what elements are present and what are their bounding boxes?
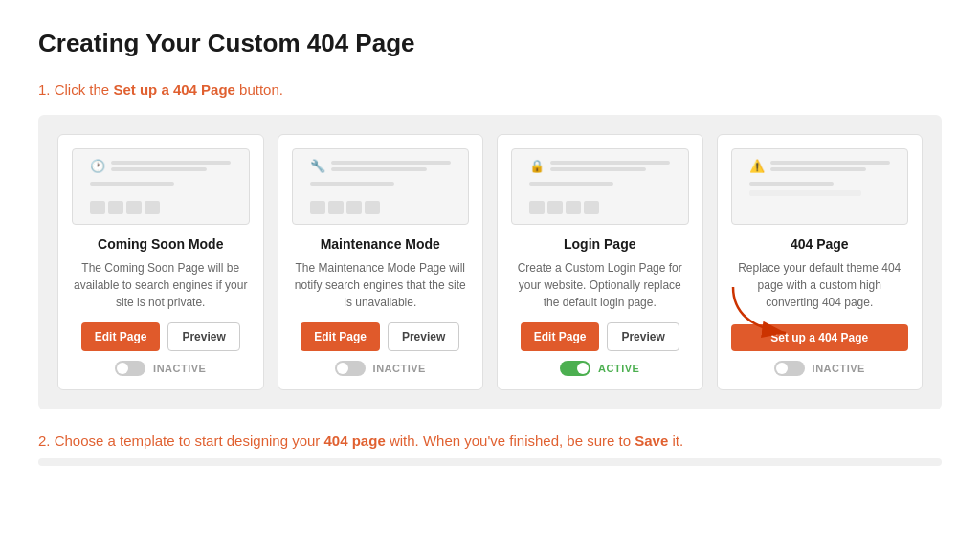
404-status: INACTIVE [774, 361, 865, 376]
login-edit-button[interactable]: Edit Page [521, 322, 600, 351]
maintenance-toggle[interactable] [335, 361, 366, 376]
404-actions: Set up a 404 Page [731, 324, 909, 351]
404-thumbnail: ⚠️ [731, 148, 909, 225]
404-desc: Replace your default theme 404 page with… [731, 259, 909, 313]
login-thumbnail: 🔒 [511, 148, 689, 225]
login-card: 🔒 [497, 134, 703, 390]
login-actions: Edit Page Preview [521, 322, 679, 351]
warning-icon: ⚠️ [749, 159, 765, 174]
login-toggle[interactable] [560, 361, 590, 376]
maintenance-status: INACTIVE [335, 361, 426, 376]
maintenance-preview-button[interactable]: Preview [388, 322, 459, 351]
step1-instruction: 1. Click the Set up a 404 Page button. [38, 81, 942, 98]
maintenance-title: Maintenance Mode [321, 236, 440, 252]
login-status: ACTIVE [560, 361, 639, 376]
coming-soon-preview-button[interactable]: Preview [167, 322, 239, 351]
maintenance-desc: The Maintenance Mode Page will notify se… [292, 259, 470, 311]
cards-wrapper: 🕐 [38, 115, 942, 409]
coming-soon-card: 🕐 [57, 134, 264, 390]
maintenance-card: 🔧 [278, 134, 484, 390]
cards-container: 🕐 [38, 115, 942, 409]
404-toggle[interactable] [774, 361, 805, 376]
clock-icon: 🕐 [90, 159, 105, 174]
404-card: ⚠️ 404 Page Replace your default theme 4… [717, 134, 924, 390]
setup-404-button[interactable]: Set up a 404 Page [731, 324, 909, 351]
wrench-icon: 🔧 [310, 159, 325, 174]
step2-instruction: 2. Choose a template to start designing … [38, 432, 942, 449]
page-title: Creating Your Custom 404 Page [38, 29, 942, 58]
404-title: 404 Page [791, 236, 849, 252]
maintenance-edit-button[interactable]: Edit Page [301, 322, 380, 351]
coming-soon-title: Coming Soon Mode [98, 236, 223, 252]
login-desc: Create a Custom Login Page for your webs… [511, 259, 689, 311]
lock-icon: 🔒 [529, 159, 545, 174]
coming-soon-edit-button[interactable]: Edit Page [81, 322, 161, 351]
coming-soon-actions: Edit Page Preview [81, 322, 240, 351]
maintenance-actions: Edit Page Preview [301, 322, 459, 351]
login-preview-button[interactable]: Preview [607, 322, 679, 351]
coming-soon-thumbnail: 🕐 [72, 148, 250, 225]
bottom-divider [38, 458, 942, 466]
coming-soon-status: INACTIVE [115, 361, 206, 376]
login-title: Login Page [564, 236, 635, 252]
maintenance-thumbnail: 🔧 [292, 148, 470, 225]
coming-soon-desc: The Coming Soon Page will be available t… [72, 259, 250, 311]
coming-soon-toggle[interactable] [115, 361, 145, 376]
